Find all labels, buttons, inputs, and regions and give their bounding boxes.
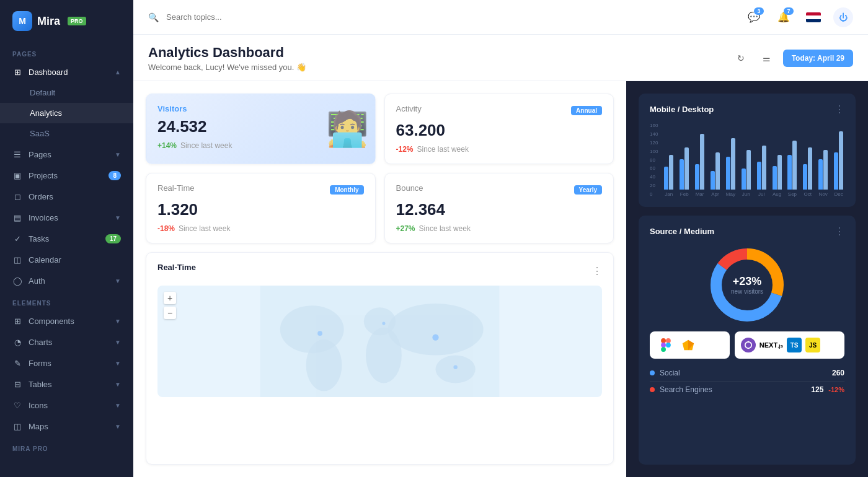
search-icon: 🔍	[148, 12, 159, 22]
svg-point-23	[747, 341, 749, 343]
realtime-badge: Monthly	[330, 185, 363, 195]
maps-icon: ◫	[12, 421, 22, 431]
sidebar-item-default[interactable]: Default	[0, 82, 133, 103]
source-dot-social	[650, 370, 655, 375]
sidebar-item-components[interactable]: ⊞ Components ▼	[0, 310, 133, 331]
power-button[interactable]: ⏻	[833, 7, 853, 27]
sidebar: M Mira PRO PAGES ⊞ Dashboard ▲ Default A…	[0, 0, 133, 477]
language-selector[interactable]	[804, 7, 823, 27]
sidebar-item-projects[interactable]: ▣ Projects 8	[0, 165, 133, 186]
world-map-svg	[157, 286, 602, 397]
redux-icon	[741, 338, 756, 352]
visitors-change: +14%	[157, 141, 177, 150]
auth-icon: ◯	[12, 276, 22, 286]
sidebar-item-tables[interactable]: ⊟ Tables ▼	[0, 374, 133, 395]
stats-row: Visitors 24.532 +14% Since last week 🧑‍💻…	[146, 94, 614, 164]
map-menu-icon[interactable]: ⋮	[592, 265, 602, 277]
bounce-change: +27%	[396, 224, 415, 233]
tech-card-next-ts-js: NEXT.js TS JS	[735, 331, 844, 359]
charts-icon: ◔	[12, 337, 22, 347]
sidebar-item-dashboard[interactable]: ⊞ Dashboard ▲	[0, 61, 133, 82]
nextjs-label: NEXT.js	[760, 341, 783, 349]
chevron-icon: ▼	[115, 360, 121, 367]
today-button[interactable]: Today: April 29	[783, 50, 853, 67]
notifications-button[interactable]: 💬 3	[744, 7, 764, 27]
bar-chart: 160 140 120 100 80 60 40 20 0	[650, 123, 844, 197]
main-area: 🔍 💬 3 🔔 7 ⏻ Analytics Dashboard Welco	[133, 0, 868, 477]
svg-rect-17	[661, 343, 666, 348]
alerts-button[interactable]: 🔔 7	[774, 7, 794, 27]
map-container: + −	[157, 286, 602, 397]
sidebar-item-calendar[interactable]: ◫ Calendar	[0, 249, 133, 270]
projects-icon: ▣	[12, 170, 22, 180]
notifications-badge: 3	[754, 7, 764, 15]
sidebar-item-label: Charts	[29, 338, 108, 347]
forms-icon: ✎	[12, 358, 22, 368]
refresh-button[interactable]: ↻	[731, 48, 751, 68]
chevron-icon: ▼	[115, 278, 121, 284]
calendar-icon: ◫	[12, 255, 22, 265]
source-name-search: Search Engines	[660, 385, 806, 394]
chevron-icon: ▲	[115, 69, 121, 76]
sidebar-item-orders[interactable]: ◻ Orders	[0, 186, 133, 207]
components-icon: ⊞	[12, 316, 22, 326]
app-name: Mira	[37, 15, 60, 28]
source-change-search: -12%	[828, 386, 844, 393]
chart-menu-icon[interactable]: ⋮	[835, 103, 844, 115]
svg-rect-15	[661, 338, 666, 343]
sidebar-item-charts[interactable]: ◔ Charts ▼	[0, 331, 133, 352]
map-zoom-out[interactable]: −	[164, 307, 176, 319]
sidebar-item-icons[interactable]: ♡ Icons ▼	[0, 395, 133, 416]
sidebar-item-analytics[interactable]: Analytics	[0, 103, 133, 123]
sidebar-item-tasks[interactable]: ✓ Tasks 17	[0, 228, 133, 249]
bounce-label: Bounce	[396, 183, 423, 193]
source-menu-icon[interactable]: ⋮	[835, 225, 844, 237]
activity-value: 63.200	[396, 121, 603, 140]
donut-center-text: +23% new visitors	[731, 275, 763, 295]
svg-rect-18	[661, 347, 666, 352]
chevron-icon: ▼	[115, 318, 121, 325]
dark-right-panel: Mobile / Desktop ⋮ 160 140 120 100 80 60	[626, 81, 868, 477]
activity-card: Activity Annual 63.200 -12% Since last w…	[384, 94, 614, 164]
typescript-icon: TS	[787, 338, 802, 352]
sidebar-item-auth[interactable]: ◯ Auth ▼	[0, 270, 133, 291]
search-input[interactable]	[166, 12, 737, 22]
pro-badge: PRO	[68, 17, 86, 25]
filter-button[interactable]: ⚌	[757, 48, 777, 68]
chevron-icon: ▼	[115, 402, 121, 409]
sidebar-item-label: Dashboard	[29, 68, 108, 77]
svg-point-2	[306, 339, 342, 392]
sidebar-item-label: Pages	[29, 150, 108, 159]
svg-point-19	[666, 343, 671, 348]
realtime-period: Since last week	[179, 224, 230, 233]
map-zoom-in[interactable]: +	[164, 292, 176, 304]
sidebar-item-invoices[interactable]: ▤ Invoices ▼	[0, 207, 133, 228]
orders-icon: ◻	[12, 191, 22, 201]
tasks-icon: ✓	[12, 234, 22, 243]
sidebar-item-label: Invoices	[29, 213, 108, 222]
chevron-icon: ▼	[115, 381, 121, 388]
icons-icon: ♡	[12, 400, 22, 410]
sidebar-item-label: Projects	[29, 171, 102, 180]
sidebar-item-label: Tasks	[29, 234, 99, 243]
realtime-change: -18%	[157, 224, 175, 233]
donut-chart-container: +23% new visitors	[650, 245, 844, 325]
sidebar-item-label: Auth	[29, 276, 108, 286]
visitors-card: Visitors 24.532 +14% Since last week 🧑‍💻	[146, 94, 376, 164]
pages-section-label: PAGES	[0, 42, 133, 61]
stats-row-2: Real-Time Monthly 1.320 -18% Since last …	[146, 173, 614, 243]
svg-point-22	[745, 342, 752, 349]
source-medium-panel: Source / Medium ⋮	[639, 216, 856, 465]
sidebar-item-pages[interactable]: ☰ Pages ▼	[0, 144, 133, 165]
svg-point-7	[317, 331, 322, 336]
topbar-actions: 💬 3 🔔 7 ⏻	[744, 7, 853, 27]
source-name-social: Social	[660, 369, 827, 377]
sidebar-item-forms[interactable]: ✎ Forms ▼	[0, 352, 133, 374]
activity-badge: Annual	[571, 106, 602, 115]
sidebar-item-maps[interactable]: ◫ Maps ▼	[0, 416, 133, 437]
chevron-icon: ▼	[115, 339, 121, 346]
sketch-icon	[680, 336, 697, 354]
svg-point-5	[388, 304, 483, 356]
topbar: 🔍 💬 3 🔔 7 ⏻	[133, 0, 868, 35]
sidebar-item-saas[interactable]: SaaS	[0, 123, 133, 144]
